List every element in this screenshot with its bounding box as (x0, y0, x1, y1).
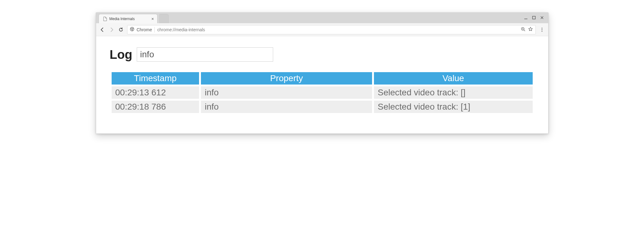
svg-point-13 (541, 28, 542, 28)
log-filter-input[interactable] (137, 47, 273, 62)
table-row: 00:29:13 612 info Selected video track: … (112, 86, 533, 99)
cell-value: Selected video track: [] (374, 86, 532, 99)
omnibox-separator (154, 27, 155, 33)
table-row: 00:29:18 786 info Selected video track: … (112, 101, 533, 113)
log-heading: Log (110, 48, 132, 62)
col-property[interactable]: Property (201, 72, 372, 85)
col-timestamp[interactable]: Timestamp (112, 72, 199, 85)
menu-button[interactable] (539, 27, 545, 33)
reload-button[interactable] (118, 27, 124, 33)
new-tab-button[interactable] (159, 14, 169, 23)
table-header-row: Timestamp Property Value (112, 72, 533, 85)
window-controls (524, 13, 548, 23)
svg-rect-1 (532, 16, 535, 19)
close-window-icon[interactable] (540, 16, 544, 20)
log-header: Log (110, 47, 535, 62)
col-value[interactable]: Value (374, 72, 532, 85)
omnibox-scheme-label: Chrome (137, 27, 152, 32)
star-icon[interactable] (528, 27, 533, 33)
page-content: Log Timestamp Property Value 00:29:13 61… (96, 36, 548, 133)
tab-title: Media Internals (109, 17, 149, 21)
tab-strip: Media Internals × (96, 13, 548, 23)
svg-point-14 (541, 29, 542, 30)
browser-toolbar: Chrome chrome://media-internals (96, 23, 548, 36)
browser-tab-active[interactable]: Media Internals × (99, 14, 158, 23)
browser-window: Media Internals × (96, 12, 549, 134)
svg-line-10 (524, 30, 525, 31)
file-icon (103, 17, 107, 21)
minimize-icon[interactable] (524, 16, 528, 20)
cell-property: info (201, 101, 372, 113)
cell-timestamp: 00:29:13 612 (112, 86, 199, 99)
log-table: Timestamp Property Value 00:29:13 612 in… (110, 70, 535, 115)
cell-property: info (201, 86, 372, 99)
omnibox[interactable]: Chrome chrome://media-internals (127, 25, 536, 34)
svg-point-15 (541, 31, 542, 32)
omnibox-url: chrome://media-internals (157, 27, 518, 32)
cell-value: Selected video track: [1] (374, 101, 532, 113)
forward-button[interactable] (109, 27, 115, 33)
chrome-logo-icon (130, 27, 134, 32)
close-tab-icon[interactable]: × (151, 17, 154, 21)
maximize-icon[interactable] (532, 16, 536, 20)
zoom-icon[interactable] (521, 27, 526, 33)
cell-timestamp: 00:29:18 786 (112, 101, 199, 113)
back-button[interactable] (99, 27, 105, 33)
